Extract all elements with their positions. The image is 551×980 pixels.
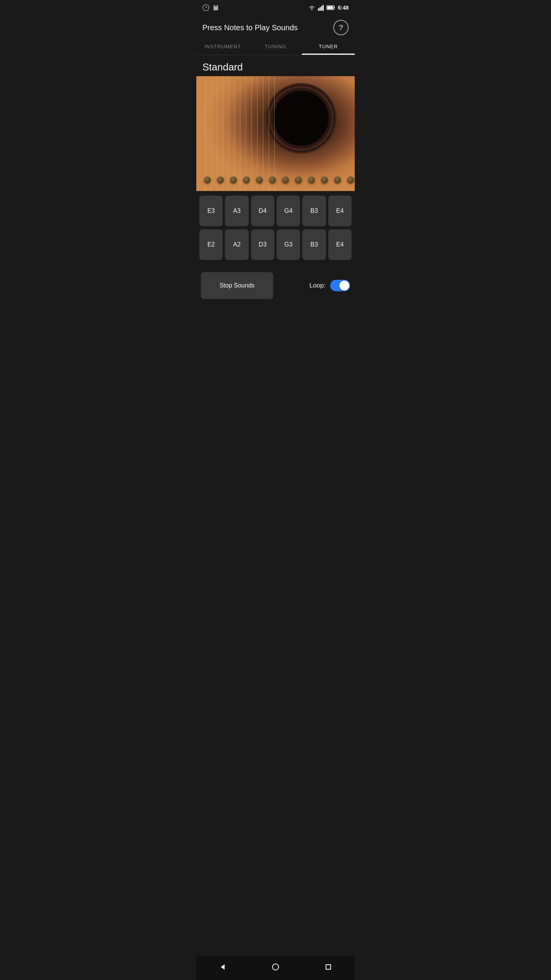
peg-10 <box>321 176 328 183</box>
svg-point-7 <box>311 9 312 10</box>
peg-12 <box>347 176 354 183</box>
status-bar: 6:48 <box>196 0 355 15</box>
svg-point-16 <box>272 964 279 970</box>
note-row-1: E3 A3 D4 G4 B3 E4 <box>199 196 352 226</box>
spacer <box>196 304 355 955</box>
controls-bar: Stop Sounds Loop: <box>196 268 355 304</box>
peg-3 <box>230 176 237 183</box>
toggle-thumb <box>339 281 349 291</box>
note-G3[interactable]: G3 <box>277 229 300 260</box>
svg-rect-8 <box>318 8 319 11</box>
app-header: Press Notes to Play Sounds ? <box>196 15 355 38</box>
tab-tuner[interactable]: TUNER <box>302 38 355 55</box>
back-button[interactable] <box>214 960 232 974</box>
home-icon <box>272 963 279 971</box>
header-title: Press Notes to Play Sounds <box>202 23 298 32</box>
peg-2 <box>217 176 224 183</box>
svg-rect-9 <box>320 7 321 11</box>
note-A3[interactable]: A3 <box>225 196 248 226</box>
tab-instrument[interactable]: INSTRUMENT <box>196 38 249 55</box>
stop-sounds-button[interactable]: Stop Sounds <box>201 272 273 299</box>
time-display: 6:48 <box>338 5 349 11</box>
svg-rect-11 <box>323 5 324 11</box>
tuning-label: Standard <box>196 55 355 76</box>
loop-label: Loop: <box>309 282 326 289</box>
note-grid: E3 A3 D4 G4 B3 E4 E2 A2 D3 G3 B3 <box>196 191 355 268</box>
tab-bar: INSTRUMENT TUNING TUNER <box>196 38 355 55</box>
back-icon <box>219 963 227 971</box>
bottom-nav <box>196 955 355 980</box>
signal-icon <box>318 5 324 11</box>
peg-7 <box>282 176 289 183</box>
battery-icon <box>326 5 336 11</box>
loop-control: Loop: <box>278 280 350 291</box>
note-D3[interactable]: D3 <box>251 229 274 260</box>
note-G4[interactable]: G4 <box>277 196 300 226</box>
bridge-pegs <box>204 176 354 183</box>
wifi-icon <box>308 5 316 11</box>
note-E2[interactable]: E2 <box>199 229 223 260</box>
loop-toggle[interactable] <box>330 280 350 291</box>
guitar-strings <box>196 76 355 191</box>
sdcard-icon <box>212 4 219 11</box>
peg-1 <box>204 176 211 183</box>
home-button[interactable] <box>266 960 285 974</box>
guitar-image <box>196 76 355 191</box>
peg-9 <box>308 176 315 183</box>
note-A2[interactable]: A2 <box>225 229 248 260</box>
svg-rect-13 <box>334 7 335 8</box>
svg-rect-6 <box>217 5 217 7</box>
svg-rect-10 <box>321 6 322 11</box>
note-B3-row2[interactable]: B3 <box>302 229 326 260</box>
svg-rect-14 <box>327 7 333 9</box>
recent-button[interactable] <box>319 960 337 974</box>
note-B3-row1[interactable]: B3 <box>302 196 326 226</box>
clock-icon <box>202 4 209 11</box>
status-left <box>202 4 219 11</box>
note-E3[interactable]: E3 <box>199 196 223 226</box>
note-D4[interactable]: D4 <box>251 196 274 226</box>
help-button[interactable]: ? <box>333 20 349 35</box>
peg-6 <box>269 176 276 183</box>
svg-rect-17 <box>326 965 331 969</box>
svg-marker-15 <box>221 964 225 970</box>
svg-rect-4 <box>214 5 215 7</box>
note-E4-row2[interactable]: E4 <box>328 229 352 260</box>
svg-rect-5 <box>215 5 216 7</box>
status-right: 6:48 <box>308 5 349 11</box>
note-E4-row1[interactable]: E4 <box>328 196 352 226</box>
peg-4 <box>243 176 250 183</box>
peg-11 <box>334 176 341 183</box>
tab-tuning[interactable]: TUNING <box>249 38 302 55</box>
recent-icon <box>325 964 332 970</box>
note-row-2: E2 A2 D3 G3 B3 E4 <box>199 229 352 260</box>
peg-5 <box>256 176 263 183</box>
peg-8 <box>295 176 302 183</box>
